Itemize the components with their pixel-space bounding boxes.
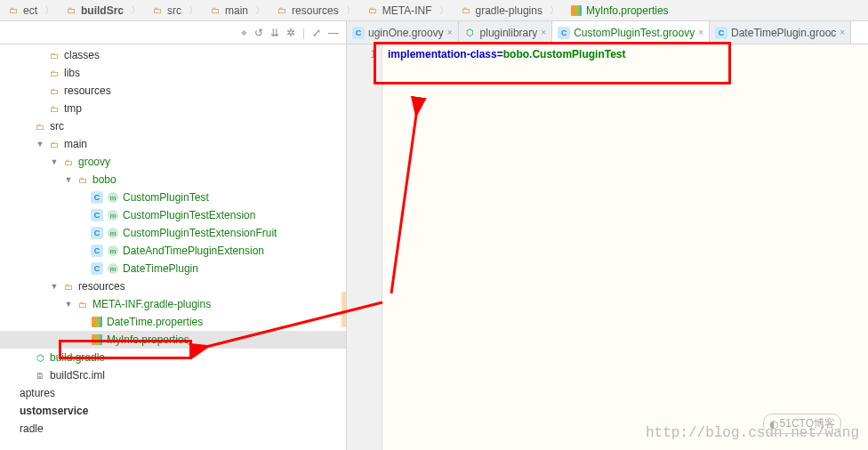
tree-row[interactable]: ▼🗀main [0, 135, 346, 153]
folder-icon: 🗀 [366, 4, 379, 17]
breadcrumb-item[interactable]: 🗀main [204, 1, 270, 20]
equals-sign: = [497, 48, 503, 60]
tree-row[interactable]: 🗀resources [0, 82, 346, 100]
class-icon: C [91, 262, 103, 275]
breadcrumb-label: META-INF [382, 4, 432, 17]
tree-row[interactable]: CmCustomPluginTestExtension [0, 206, 346, 224]
method-icon: m [107, 262, 119, 275]
expand-arrow-icon[interactable]: ▼ [36, 140, 44, 149]
folder-icon: 🗀 [48, 102, 60, 115]
tree-label: groovy [78, 156, 110, 168]
class-icon: C [91, 191, 103, 204]
class-icon: C [91, 209, 103, 221]
expand-arrow-icon[interactable]: ▼ [64, 300, 73, 309]
props-icon [91, 316, 103, 328]
editor-tab[interactable]: ⬡pluginlibrary× [459, 21, 553, 44]
tree-label: tmp [64, 102, 82, 115]
folder-icon: 🗀 [276, 4, 288, 17]
folder-icon: 🗀 [48, 84, 60, 97]
gradle-icon: ⬡ [464, 27, 477, 39]
tree-row[interactable]: ▼🗀resources [0, 277, 346, 295]
locate-icon[interactable]: ⌖ [241, 27, 247, 39]
props-icon [570, 4, 583, 17]
breadcrumb-item[interactable]: 🗀resources [270, 1, 361, 20]
breadcrumb-item[interactable]: 🗀src [146, 1, 204, 20]
source-stamp: ◐51CTO博客 [763, 414, 841, 434]
tree-label: MyInfo.properties [107, 333, 189, 346]
breadcrumb-item[interactable]: 🗀ect [2, 1, 60, 20]
expand-arrow-icon[interactable]: ▼ [50, 157, 59, 166]
editor-tab[interactable]: CDateTimePlugin.grooc× [710, 21, 851, 44]
tab-label: DateTimePlugin.grooc [731, 27, 836, 39]
editor-tab[interactable]: CCustomPluginTest.groovy× [552, 21, 710, 44]
tree-label: aptures [20, 387, 55, 399]
folder-icon: 🗀 [209, 4, 221, 17]
tree-row[interactable]: 🗀libs [0, 64, 346, 82]
main-split: 🗀classes🗀libs🗀resources🗀tmp🗀src▼🗀main▼🗀g… [0, 44, 868, 450]
tree-label: classes [64, 49, 100, 61]
tree-row[interactable]: CmDateAndTimePluginExtension [0, 242, 346, 260]
folder-icon: 🗀 [76, 298, 89, 310]
tree-label: libs [64, 67, 80, 79]
tab-label: uginOne.groovy [368, 27, 444, 39]
breadcrumb-label: src [167, 4, 181, 17]
class-icon: C [91, 245, 103, 257]
tree-row[interactable]: ▼🗀bobo [0, 171, 346, 189]
tab-label: pluginlibrary [480, 27, 538, 39]
breadcrumb-item[interactable]: MyInfo.properties [565, 1, 674, 20]
close-icon[interactable]: × [840, 28, 845, 37]
tree-row[interactable]: ▼🗀groovy [0, 153, 346, 171]
tree-label: bobo [92, 173, 117, 186]
folder-icon: 🗀 [7, 4, 20, 17]
tree-row[interactable]: CmDateTimePlugin [0, 260, 346, 277]
expand-arrow-icon[interactable]: ▼ [64, 175, 73, 184]
tree-label: resources [78, 280, 125, 293]
editor-content[interactable]: implementation-class=bobo.CustomPluginTe… [382, 44, 868, 450]
tree-label: CustomPluginTest [123, 191, 209, 204]
class-icon: C [715, 27, 727, 39]
refresh-icon[interactable]: ↺ [254, 27, 263, 39]
tree-label: buildSrc.iml [50, 369, 105, 382]
method-icon: m [107, 245, 119, 257]
close-icon[interactable]: × [541, 28, 546, 37]
breadcrumb-item[interactable]: 🗀gradle-plugins [454, 1, 565, 20]
expand-icon[interactable]: ⤢ [312, 27, 321, 39]
editor-gutter: 1 [347, 44, 382, 450]
method-icon: m [107, 227, 119, 239]
tree-label: CustomPluginTestExtensionFruit [123, 227, 277, 239]
tree-row[interactable]: CmCustomPluginTest [0, 189, 346, 206]
code-editor[interactable]: 1 implementation-class=bobo.CustomPlugin… [347, 44, 868, 450]
tree-row[interactable]: 🗀classes [0, 46, 346, 64]
folder-icon: 🗀 [460, 4, 472, 17]
breadcrumb-item[interactable]: 🗀META-INF [361, 1, 454, 20]
tree-row[interactable]: ustomservice [0, 402, 346, 420]
tree-row[interactable]: 🗀src [0, 117, 346, 135]
settings-icon[interactable]: ✲ [286, 27, 295, 39]
class-icon: C [558, 27, 570, 39]
method-icon: m [107, 191, 119, 204]
collapse-icon[interactable]: ⇊ [270, 27, 279, 39]
tree-row[interactable]: ▼🗀META-INF.gradle-plugins [0, 295, 346, 313]
tree-label: ustomservice [20, 405, 88, 417]
tree-row[interactable]: radle [0, 420, 346, 438]
hide-icon[interactable]: — [328, 27, 339, 39]
property-value-class: CustomPluginTest [532, 48, 625, 60]
tree-row[interactable]: aptures [0, 384, 346, 402]
breadcrumb-label: resources [292, 4, 339, 17]
tree-row[interactable]: MyInfo.properties [0, 331, 346, 349]
close-icon[interactable]: × [447, 28, 453, 37]
breadcrumb-label: main [225, 4, 248, 17]
tree-label: CustomPluginTestExtension [123, 209, 255, 221]
project-tree-toolbar: ⌖ ↺ ⇊ ✲ | ⤢ — [0, 21, 347, 44]
expand-arrow-icon[interactable]: ▼ [50, 282, 59, 291]
close-icon[interactable]: × [698, 28, 703, 37]
tree-row[interactable]: 🗎buildSrc.iml [0, 366, 346, 384]
tree-row[interactable]: CmCustomPluginTestExtensionFruit [0, 224, 346, 242]
project-tree[interactable]: 🗀classes🗀libs🗀resources🗀tmp🗀src▼🗀main▼🗀g… [0, 44, 347, 450]
breadcrumb-item[interactable]: 🗀buildSrc [60, 1, 146, 20]
tree-row[interactable]: 🗀tmp [0, 100, 346, 117]
tree-row[interactable]: DateTime.properties [0, 313, 346, 331]
folder-icon: 🗀 [65, 4, 77, 17]
tree-row[interactable]: ⬡build.gradle [0, 349, 346, 366]
editor-tab[interactable]: CuginOne.groovy× [347, 21, 459, 44]
